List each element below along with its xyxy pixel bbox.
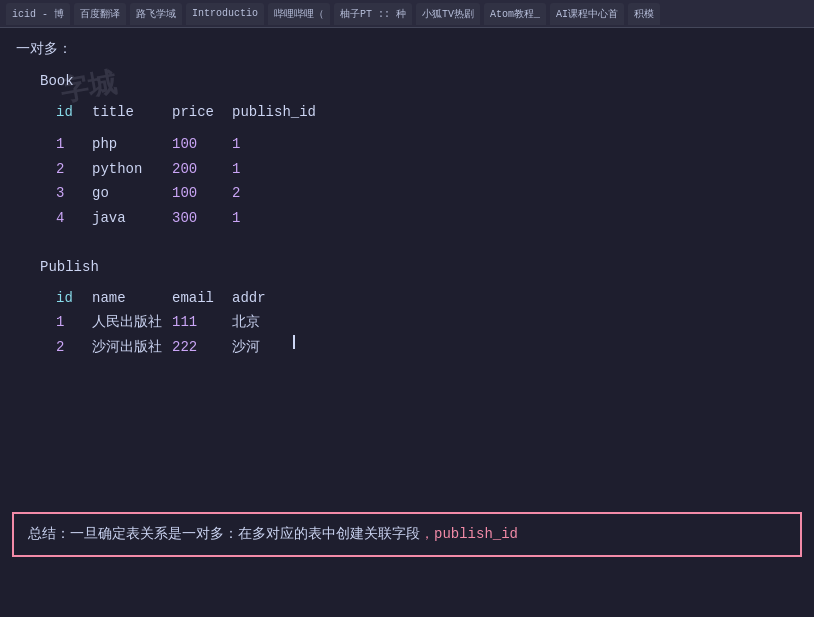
publish-col-addr-header: addr — [232, 286, 292, 311]
book-table: id title price publish_id 1 php 100 1 2 … — [56, 100, 798, 231]
book-row-1: 1 php 100 1 — [56, 132, 798, 157]
book-row-4: 4 java 300 1 — [56, 206, 798, 231]
book-row-2: 2 python 200 1 — [56, 157, 798, 182]
tab-atom[interactable]: Atom教程_ — [484, 3, 546, 25]
book-publishid-3: 2 — [232, 181, 312, 206]
publish-header-row: id name email addr — [56, 286, 798, 311]
publish-row-2: 2 沙河出版社 222 沙河 — [56, 335, 798, 360]
book-publishid-2: 1 — [232, 157, 312, 182]
book-title-4: java — [92, 206, 172, 231]
tab-intro[interactable]: Introductio — [186, 3, 264, 25]
publish-id-1: 1 — [56, 310, 92, 335]
book-header-row: id title price publish_id — [56, 100, 798, 125]
publish-col-id-header: id — [56, 286, 92, 311]
book-id-4: 4 — [56, 206, 92, 231]
tab-baidu[interactable]: 百度翻译 — [74, 3, 126, 25]
book-price-3: 100 — [172, 181, 232, 206]
main-content: 一对多： Book id title price publish_id 1 ph… — [0, 28, 814, 381]
publish-table-block: Publish id name email addr 1 人民出版社 111 北… — [40, 256, 798, 359]
book-col-price-header: price — [172, 100, 232, 125]
book-id-2: 2 — [56, 157, 92, 182]
publish-id-2: 2 — [56, 335, 92, 360]
book-price-2: 200 — [172, 157, 232, 182]
publish-addr-2: 沙河 — [232, 335, 292, 360]
book-col-publishid-header: publish_id — [232, 100, 312, 125]
publish-email-1: 111 — [172, 310, 232, 335]
browser-toolbar: icid - 博 百度翻译 路飞学域 Introductio 哔哩哔哩（ 柚子P… — [0, 0, 814, 28]
tab-ai[interactable]: AI课程中心首 — [550, 3, 624, 25]
book-id-1: 1 — [56, 132, 92, 157]
book-price-4: 300 — [172, 206, 232, 231]
publish-col-email-header: email — [172, 286, 232, 311]
book-title-3: go — [92, 181, 172, 206]
tab-youzi[interactable]: 柚子PT :: 种 — [334, 3, 412, 25]
publish-name-1: 人民出版社 — [92, 310, 172, 335]
tab-luofei[interactable]: 路飞学域 — [130, 3, 182, 25]
book-title-2: python — [92, 157, 172, 182]
summary-text: 总结：一旦确定表关系是一对多：在多对应的表中创建关联字段 — [28, 526, 420, 542]
tab-icid[interactable]: icid - 博 — [6, 3, 70, 25]
publish-name-2: 沙河出版社 — [92, 335, 172, 360]
book-title-1: php — [92, 132, 172, 157]
book-row-3: 3 go 100 2 — [56, 181, 798, 206]
book-id-3: 3 — [56, 181, 92, 206]
book-publishid-4: 1 — [232, 206, 312, 231]
publish-col-name-header: name — [92, 286, 172, 311]
book-table-block: Book id title price publish_id 1 php 100… — [40, 70, 798, 230]
publish-table: id name email addr 1 人民出版社 111 北京 2 沙河出版… — [56, 286, 798, 360]
publish-table-name: Publish — [40, 256, 798, 280]
publish-addr-1: 北京 — [232, 310, 292, 335]
publish-row-1: 1 人民出版社 111 北京 — [56, 310, 798, 335]
one-to-many-header: 一对多： — [16, 38, 798, 62]
tab-bilibili[interactable]: 哔哩哔哩（ — [268, 3, 330, 25]
publish-email-2: 222 — [172, 335, 232, 360]
text-cursor — [293, 335, 295, 349]
book-col-id-header: id — [56, 100, 92, 125]
summary-box: 总结：一旦确定表关系是一对多：在多对应的表中创建关联字段，publish_id — [12, 512, 802, 557]
book-price-1: 100 — [172, 132, 232, 157]
summary-field-highlight: ，publish_id — [420, 526, 518, 542]
book-publishid-1: 1 — [232, 132, 312, 157]
book-col-title-header: title — [92, 100, 172, 125]
tab-xiaohutv[interactable]: 小狐TV热剧 — [416, 3, 480, 25]
tab-jimo[interactable]: 积模 — [628, 3, 660, 25]
book-table-name: Book — [40, 70, 798, 94]
